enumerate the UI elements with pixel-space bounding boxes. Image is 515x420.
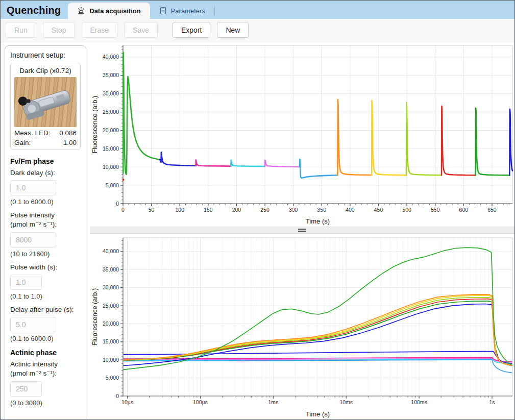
svg-text:100µs: 100µs [193,399,208,405]
new-button[interactable]: New [217,22,249,38]
calculator-icon [159,7,167,15]
svg-text:5,000: 5,000 [106,182,119,188]
delay-after-pulse-field: Delay after pulse (s): (0.1 to 6000.0) [10,305,81,342]
svg-text:100ms: 100ms [411,399,427,405]
svg-text:400: 400 [346,207,355,213]
export-button[interactable]: Export [173,22,210,38]
svg-text:1ms: 1ms [268,399,278,405]
svg-text:35,000: 35,000 [103,72,119,78]
fluorescence-time-chart: 0501001502002503003504004505005506006500… [90,44,513,227]
pulse-intensity-range: (10 to 21600) [10,250,81,258]
svg-text:25,000: 25,000 [103,109,119,115]
stop-button[interactable]: Stop [43,22,75,38]
save-button[interactable]: Save [124,22,158,38]
svg-text:25,000: 25,000 [103,303,119,309]
svg-text:1s: 1s [489,399,495,405]
meas-led-row: Meas. LED: 0.086 [14,129,77,137]
title-bar: Quenching Data acquisition [1,1,514,19]
svg-text:150: 150 [204,207,213,213]
svg-text:500: 500 [402,207,411,213]
svg-text:10,000: 10,000 [103,357,119,363]
dark-delay-range: (0.1 to 6000.0) [10,198,81,206]
svg-text:40,000: 40,000 [103,248,119,254]
led-beacon-icon [77,7,85,15]
pulse-transient-chart: 10µs100µs1ms10ms100ms1s05,00010,00015,00… [90,234,513,419]
erase-button[interactable]: Erase [82,22,118,38]
tab-parameters[interactable]: Parameters [150,3,214,19]
svg-text:600: 600 [459,207,469,213]
svg-text:50: 50 [149,207,155,213]
actinic-phase-heading: Actinic phase [10,349,81,357]
pulse-width-label: Pulse width (s): [10,263,81,272]
drag-handle-icon [298,229,306,232]
dark-delay-input[interactable] [10,180,56,195]
svg-text:40,000: 40,000 [103,54,119,60]
svg-text:30,000: 30,000 [103,90,119,96]
pulse-width-input[interactable] [10,275,42,290]
svg-text:Time (s): Time (s) [306,217,330,225]
svg-text:Fluorescence (arb.): Fluorescence (arb.) [91,288,99,346]
svg-text:0: 0 [121,207,125,213]
pulse-width-field: Pulse width (s): (0.1 to 1.0) [10,263,81,300]
svg-text:15,000: 15,000 [103,145,119,152]
delay-after-pulse-range: (0.1 to 6000.0) [10,335,81,342]
svg-text:350: 350 [317,207,327,213]
chart-column: 0501001502002503003504004505005506006500… [90,41,514,419]
tab-separator [214,6,215,15]
svg-text:20,000: 20,000 [103,127,119,133]
svg-text:650: 650 [487,207,497,213]
app-title: Quenching [1,5,68,19]
tab-data-acquisition[interactable]: Data acquisition [68,3,150,19]
svg-text:35,000: 35,000 [103,266,119,273]
device-card[interactable]: Dark Clip (x0.72) [10,63,81,150]
actinic-intensity-label: Actinic intensity (µmol m⁻² s⁻¹): [10,360,81,378]
pulse-intensity-field: Pulse intensity (µmol m⁻² s⁻¹): (10 to 2… [10,211,81,257]
fvfm-phase-heading: Fv/Fm phase [10,157,81,165]
dark-clip-photo [14,77,77,127]
actinic-intensity-input[interactable] [10,381,42,397]
instrument-setup-label: Instrument setup: [10,51,81,59]
dark-delay-label: Dark delay (s): [10,168,81,178]
svg-text:5,000: 5,000 [106,375,119,381]
device-name: Dark Clip (x0.72) [14,67,77,75]
app-window: Quenching Data acquisition [0,0,515,420]
svg-text:250: 250 [260,207,269,213]
actinic-intensity-range: (0 to 3000) [10,399,81,407]
svg-text:0: 0 [116,393,119,399]
svg-text:100: 100 [175,207,184,213]
bottom-chart-panel: 10µs100µs1ms10ms100ms1s05,00010,00015,00… [90,234,514,419]
gain-row: Gain: 1.00 [14,139,77,146]
actinic-intensity-field: Actinic intensity (µmol m⁻² s⁻¹): (0 to … [10,360,81,406]
svg-text:550: 550 [431,207,440,213]
meas-led-value: 0.086 [59,129,77,137]
svg-text:20,000: 20,000 [103,320,119,327]
svg-text:Fluorescence (arb.): Fluorescence (arb.) [91,96,99,154]
tab-label: Parameters [171,7,205,15]
delay-after-pulse-input[interactable] [10,317,56,332]
svg-text:10ms: 10ms [339,399,353,405]
svg-text:450: 450 [374,207,383,213]
pulse-intensity-label: Pulse intensity (µmol m⁻² s⁻¹): [10,211,81,229]
pulse-width-range: (0.1 to 1.0) [10,292,81,300]
svg-text:10µs: 10µs [121,399,133,405]
gain-value: 1.00 [63,139,77,146]
chart-splitter[interactable] [90,227,514,234]
run-button[interactable]: Run [6,22,36,38]
gain-label: Gain: [14,139,31,146]
top-chart-panel: 0501001502002503003504004505005506006500… [90,41,514,227]
pulse-intensity-input[interactable] [10,232,56,248]
svg-text:10,000: 10,000 [103,164,119,170]
svg-text:Time (s): Time (s) [306,410,330,418]
meas-led-label: Meas. LED: [14,129,51,137]
toolbar: Run Stop Erase Save Export New [1,19,514,41]
svg-text:300: 300 [289,207,298,213]
dark-delay-field: Dark delay (s): (0.1 to 6000.0) [10,168,81,206]
svg-text:30,000: 30,000 [103,284,119,290]
svg-text:0: 0 [116,201,119,207]
svg-text:200: 200 [232,207,241,213]
delay-after-pulse-label: Delay after pulse (s): [10,305,81,314]
main-area: Instrument setup: Dark Clip (x0.72) [1,41,514,419]
instrument-setup-panel: Instrument setup: Dark Clip (x0.72) [5,45,86,419]
svg-text:15,000: 15,000 [103,338,119,344]
tab-label: Data acquisition [89,7,140,15]
